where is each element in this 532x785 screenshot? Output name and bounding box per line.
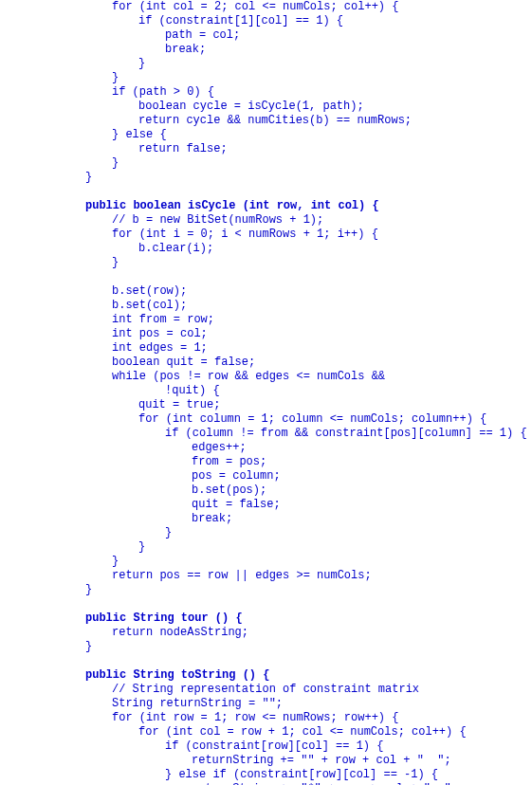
code-line: from = pos;: [0, 455, 532, 469]
code-line: [0, 185, 532, 199]
code-line: } else {: [0, 128, 532, 142]
code-line: for (int col = 2; col <= numCols; col++)…: [0, 0, 532, 14]
code-line: quit = false;: [0, 498, 532, 512]
code-line: }: [0, 171, 532, 185]
code-line: if (path > 0) {: [0, 85, 532, 100]
code-line: }: [0, 583, 532, 597]
code-line: public String tour () {: [0, 612, 532, 626]
code-line: path = col;: [0, 28, 532, 43]
code-line: // b = new BitSet(numRows + 1);: [0, 213, 532, 228]
code-line: }: [0, 71, 532, 85]
code-line: }: [0, 526, 532, 540]
code-line: break;: [0, 512, 532, 526]
code-line: }: [0, 256, 532, 270]
code-line: !quit) {: [0, 384, 532, 398]
code-line: break;: [0, 43, 532, 57]
code-line: int edges = 1;: [0, 341, 532, 356]
code-line: }: [0, 156, 532, 171]
code-line: }: [0, 555, 532, 569]
code-line: for (int col = row + 1; col <= numCols; …: [0, 725, 532, 739]
code-line: b.set(pos);: [0, 484, 532, 498]
code-line: String returnString = "";: [0, 697, 532, 711]
code-line: returnString += "" + row + col + " ";: [0, 754, 532, 768]
code-line: for (int row = 1; row <= numRows; row++)…: [0, 711, 532, 725]
code-block: for (int col = 2; col <= numCols; col++)…: [0, 0, 532, 785]
code-line: quit = true;: [0, 398, 532, 412]
code-line: for (int i = 0; i < numRows + 1; i++) {: [0, 228, 532, 242]
code-line: } else if (constraint[row][col] == -1) {: [0, 768, 532, 782]
code-line: [0, 270, 532, 284]
code-line: public boolean isCycle (int row, int col…: [0, 199, 532, 213]
code-line: while (pos != row && edges <= numCols &&: [0, 370, 532, 384]
code-line: if (constraint[row][col] == 1) {: [0, 739, 532, 754]
code-line: pos = column;: [0, 469, 532, 484]
code-line: boolean quit = false;: [0, 356, 532, 370]
code-line: // String representation of constraint m…: [0, 683, 532, 697]
code-line: }: [0, 540, 532, 555]
code-line: return cycle && numCities(b) == numRows;: [0, 114, 532, 128]
code-line: [0, 597, 532, 612]
code-line: [0, 654, 532, 668]
code-line: for (int column = 1; column <= numCols; …: [0, 412, 532, 427]
code-line: if (column != from && constraint[pos][co…: [0, 427, 532, 441]
code-line: public String toString () {: [0, 668, 532, 683]
code-line: boolean cycle = isCycle(1, path);: [0, 100, 532, 114]
code-line: return pos == row || edges >= numCols;: [0, 569, 532, 583]
code-line: b.clear(i);: [0, 242, 532, 256]
code-line: b.set(row);: [0, 284, 532, 299]
code-line: return false;: [0, 142, 532, 156]
code-line: return nodeAsString;: [0, 626, 532, 640]
code-line: int pos = col;: [0, 327, 532, 341]
code-line: }: [0, 640, 532, 654]
code-line: b.set(col);: [0, 299, 532, 313]
code-line: }: [0, 57, 532, 71]
code-line: edges++;: [0, 441, 532, 455]
code-line: int from = row;: [0, 313, 532, 327]
code-line: if (constraint[1][col] == 1) {: [0, 14, 532, 28]
